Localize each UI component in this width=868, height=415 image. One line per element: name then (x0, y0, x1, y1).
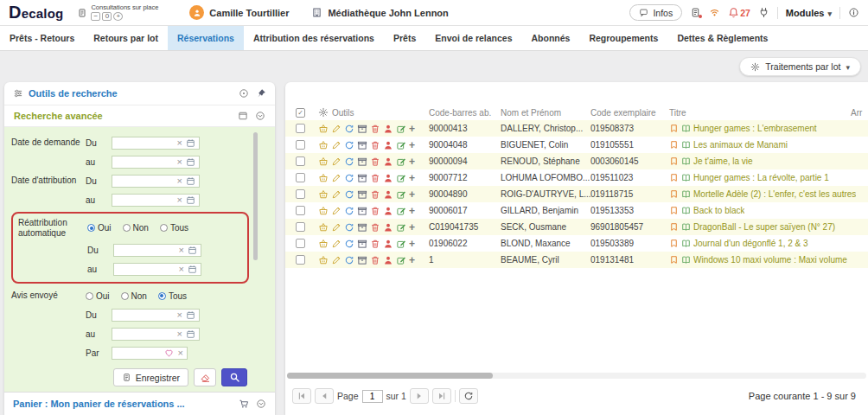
table-row[interactable]: C019041735 SECK, Ousmane 96901805457 Dra… (285, 219, 868, 235)
reattribution-option-tous[interactable]: Tous (160, 223, 188, 233)
avis-du-input[interactable] (112, 309, 200, 322)
run-search-button[interactable] (221, 368, 247, 386)
renew-reservation-icon[interactable] (344, 189, 354, 200)
add-icon[interactable] (409, 173, 415, 183)
export-button[interactable] (690, 7, 701, 18)
table-row[interactable]: 90004890 ROIG-D'AUTRYVE, L... 019118715 … (285, 186, 868, 202)
tab-regroupements[interactable]: Regroupements (579, 26, 667, 50)
consultations-decrement-button[interactable]: − (91, 12, 100, 21)
row-title[interactable]: Back to black (693, 206, 744, 215)
loan-basket-icon[interactable] (318, 206, 329, 216)
row-title[interactable]: Hunger games : La révolte, partie 1 (693, 173, 829, 182)
add-icon[interactable] (409, 124, 415, 134)
edit-record-icon[interactable] (396, 239, 406, 249)
renew-reservation-icon[interactable] (344, 239, 354, 249)
date-demande-du-input[interactable] (112, 137, 200, 150)
infos-button[interactable]: Infos (629, 4, 682, 21)
reattribution-option-oui[interactable]: Oui (87, 223, 112, 233)
reattribution-du-input[interactable] (113, 244, 201, 257)
archive-icon[interactable] (357, 173, 367, 183)
notifications-button[interactable]: 27 (728, 7, 750, 18)
row-title[interactable]: Windows 10 maxi volume : Maxi volume (693, 255, 847, 265)
subscriber-record-icon[interactable] (383, 206, 393, 216)
delete-reservation-icon[interactable] (370, 222, 380, 233)
edit-reservation-icon[interactable] (331, 222, 341, 233)
first-page-button[interactable] (292, 388, 311, 404)
edit-record-icon[interactable] (396, 189, 406, 200)
arrival-column-header[interactable]: Arr (851, 108, 868, 118)
clear-icon[interactable] (179, 245, 184, 255)
table-row[interactable]: 90004048 BIGUENET, Colin 019105551 Les a… (285, 137, 868, 153)
barcode-column-header[interactable]: Code-barres ab. (429, 108, 501, 118)
add-icon[interactable] (409, 156, 415, 167)
row-checkbox[interactable] (296, 124, 305, 133)
form-scrollbar[interactable] (253, 132, 258, 260)
previous-page-button[interactable] (315, 388, 334, 404)
renew-reservation-icon[interactable] (344, 173, 354, 183)
loan-basket-icon[interactable] (318, 140, 329, 150)
clear-icon[interactable] (179, 264, 184, 274)
reset-search-button[interactable] (194, 368, 216, 386)
refresh-button[interactable] (459, 388, 478, 404)
edit-reservation-icon[interactable] (331, 156, 341, 167)
add-icon[interactable] (409, 239, 415, 249)
row-checkbox[interactable] (296, 140, 305, 150)
subscriber-record-icon[interactable] (383, 140, 393, 150)
edit-reservation-icon[interactable] (331, 140, 341, 150)
clear-icon[interactable] (177, 156, 182, 167)
calendar-icon[interactable] (188, 265, 197, 274)
renew-reservation-icon[interactable] (344, 206, 354, 216)
reattribution-option-non[interactable]: Non (123, 223, 149, 233)
calendar-icon[interactable] (186, 195, 195, 205)
basket-section[interactable]: Panier : Mon panier de réservations ... (4, 392, 275, 415)
detach-icon[interactable] (239, 88, 249, 99)
favorite-icon[interactable] (164, 348, 174, 358)
edit-reservation-icon[interactable] (331, 239, 341, 249)
renew-reservation-icon[interactable] (344, 140, 354, 150)
save-search-button[interactable]: Enregistrer (113, 368, 188, 386)
row-checkbox[interactable] (296, 173, 305, 182)
tab-abonnes[interactable]: Abonnés (522, 26, 580, 50)
archive-icon[interactable] (357, 189, 367, 200)
clear-icon[interactable] (177, 137, 182, 148)
title-column-header[interactable]: Titre (669, 108, 851, 118)
tab-envoi-relances[interactable]: Envoi de relances (425, 26, 521, 50)
broadcast-button[interactable] (709, 7, 720, 18)
name-column-header[interactable]: Nom et Prénom (501, 108, 590, 118)
row-checkbox[interactable] (296, 189, 305, 199)
date-attribution-du-input[interactable] (112, 175, 200, 188)
archive-icon[interactable] (357, 222, 367, 233)
archive-icon[interactable] (357, 124, 367, 134)
delete-reservation-icon[interactable] (370, 239, 380, 249)
tab-prets-retours[interactable]: Prêts - Retours (0, 26, 84, 50)
select-all-checkbox[interactable] (296, 108, 305, 118)
edit-reservation-icon[interactable] (331, 124, 341, 134)
delete-reservation-icon[interactable] (370, 189, 380, 200)
edit-reservation-icon[interactable] (331, 206, 341, 216)
delete-reservation-icon[interactable] (370, 140, 380, 150)
clear-icon[interactable] (177, 176, 182, 186)
avis-par-select[interactable] (112, 347, 188, 360)
loan-basket-icon[interactable] (318, 222, 329, 233)
calendar-icon[interactable] (186, 176, 195, 186)
library-chip[interactable]: Médiathèque John Lennon (311, 7, 448, 18)
row-checkbox[interactable] (296, 156, 305, 166)
tab-reservations[interactable]: Réservations (168, 26, 244, 50)
renew-reservation-icon[interactable] (344, 124, 354, 134)
row-checkbox[interactable] (296, 222, 305, 232)
date-demande-au-input[interactable] (112, 156, 200, 169)
edit-reservation-icon[interactable] (331, 189, 341, 200)
subscriber-record-icon[interactable] (383, 222, 393, 233)
avis-option-non[interactable]: Non (121, 291, 147, 301)
renew-reservation-icon[interactable] (344, 222, 354, 233)
subscriber-record-icon[interactable] (383, 189, 393, 200)
tab-prets[interactable]: Prêts (384, 26, 425, 50)
avis-au-input[interactable] (112, 328, 200, 341)
subscriber-record-icon[interactable] (383, 239, 393, 249)
collapse-icon[interactable] (255, 111, 265, 121)
cart-icon[interactable] (239, 399, 249, 409)
loan-basket-icon[interactable] (318, 173, 329, 183)
help-button[interactable] (848, 7, 859, 18)
add-icon[interactable] (409, 255, 415, 265)
loan-basket-icon[interactable] (318, 124, 329, 134)
